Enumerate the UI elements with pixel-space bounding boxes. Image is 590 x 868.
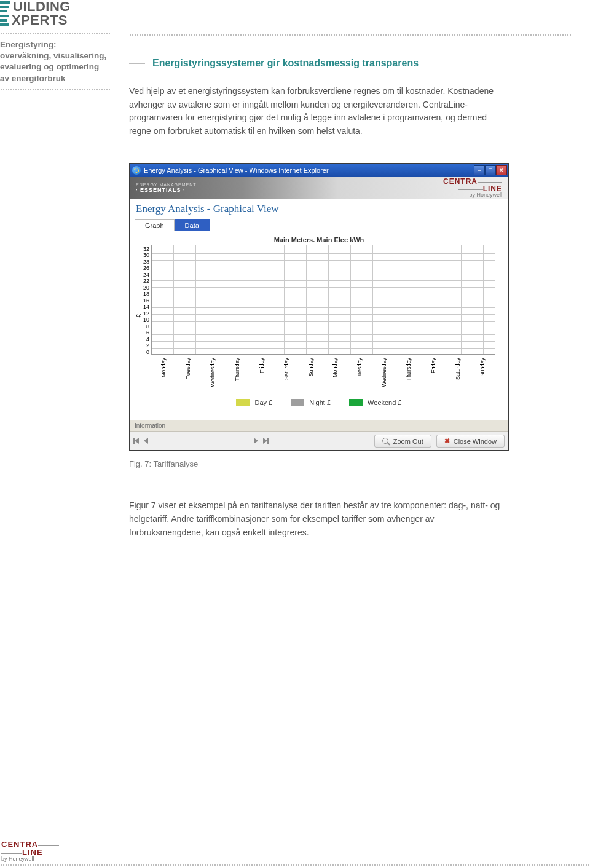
page-subtitle: Energy Analysis - Graphical View bbox=[130, 199, 508, 218]
y-axis-label: £ bbox=[135, 245, 143, 387]
zoom-out-button[interactable]: Zoom Out bbox=[374, 435, 431, 448]
logo-line1: UILDING bbox=[13, 0, 71, 14]
main-content: Energistyringssystemer gir kostnadsmessi… bbox=[129, 34, 572, 564]
legend-item-weekend: Weekend £ bbox=[349, 399, 401, 406]
section-heading-text: Energistyringssystemer gir kostnadsmessi… bbox=[152, 58, 419, 69]
maximize-button[interactable]: □ bbox=[485, 165, 496, 175]
minimize-button[interactable]: – bbox=[474, 165, 485, 175]
divider bbox=[129, 34, 572, 36]
embedded-window: Energy Analysis - Graphical View - Windo… bbox=[129, 163, 509, 451]
sidebar-title: Energistyring: bbox=[0, 39, 108, 50]
sidebar-line: evaluering og optimering bbox=[0, 61, 108, 73]
tab-bar: Graph Data bbox=[130, 218, 508, 231]
window-controls: – □ ✕ bbox=[474, 165, 507, 175]
chart-legend: Day £ Night £ Weekend £ bbox=[135, 387, 503, 415]
banner-line2: ESSENTIALS bbox=[140, 187, 181, 193]
plot-area bbox=[151, 245, 495, 355]
control-bar: Zoom Out ✖Close Window bbox=[130, 432, 508, 450]
window-titlebar: Energy Analysis - Graphical View - Windo… bbox=[130, 164, 508, 177]
brand-logo: UILDING XPERTS bbox=[0, 0, 71, 30]
legend-item-day: Day £ bbox=[236, 399, 272, 406]
divider bbox=[0, 33, 111, 34]
legend-swatch-icon bbox=[349, 399, 363, 406]
legend-swatch-icon bbox=[291, 399, 304, 406]
divider bbox=[0, 864, 590, 866]
footer-brand: CENTRA LINE by Honeywell bbox=[0, 840, 590, 862]
magnifier-icon bbox=[382, 438, 390, 445]
nav-last-button[interactable] bbox=[263, 438, 269, 445]
sidebar-line: av energiforbruk bbox=[0, 73, 108, 84]
figure-caption: Fig. 7: Tariffanalyse bbox=[129, 459, 572, 468]
y-axis-ticks: 32302826242220181614121086420 bbox=[143, 245, 151, 355]
page-footer: CENTRA LINE by Honeywell bbox=[0, 840, 590, 868]
ie-icon bbox=[132, 166, 141, 175]
close-window-button[interactable]: ✖Close Window bbox=[436, 435, 505, 448]
x-axis-labels: MondayTuesdayWednesdayThursdayFridaySatu… bbox=[151, 355, 495, 387]
nav-prev-button[interactable] bbox=[144, 438, 148, 445]
chart-title: Main Meters. Main Elec kWh bbox=[135, 236, 503, 243]
nav-next-button[interactable] bbox=[254, 438, 258, 445]
brand-top: CENTRA bbox=[443, 177, 478, 186]
brand-mark: CENTRA LINE by Honeywell bbox=[443, 178, 502, 198]
banner-line1: ENERGY MANAGEMENT bbox=[136, 183, 197, 187]
section-heading: Energistyringssystemer gir kostnadsmessi… bbox=[129, 58, 572, 69]
app-banner: ENERGY MANAGEMENT · ESSENTIALS · CENTRA … bbox=[130, 177, 508, 199]
divider bbox=[0, 89, 111, 90]
chart-panel: Main Meters. Main Elec kWh £ 32302826242… bbox=[130, 231, 508, 420]
tab-graph[interactable]: Graph bbox=[135, 219, 175, 231]
info-bar: Information bbox=[130, 420, 508, 432]
close-icon: ✖ bbox=[444, 437, 450, 445]
tab-data[interactable]: Data bbox=[175, 219, 210, 231]
sidebar-line: overvåkning, visualisering, bbox=[0, 50, 108, 61]
legend-item-night: Night £ bbox=[291, 399, 331, 406]
close-button[interactable]: ✕ bbox=[496, 165, 507, 175]
legend-swatch-icon bbox=[236, 399, 250, 406]
logo-e-bars bbox=[0, 15, 9, 26]
nav-first-button[interactable] bbox=[133, 438, 139, 445]
body-paragraph: Ved hjelp av et energistyringssystem kan… bbox=[129, 85, 510, 138]
logo-b-bars bbox=[0, 1, 10, 12]
window-title: Energy Analysis - Graphical View - Windo… bbox=[144, 167, 329, 174]
logo-line2: XPERTS bbox=[12, 14, 68, 27]
sidebar: Energistyring: overvåkning, visualiserin… bbox=[0, 39, 108, 84]
body-paragraph: Figur 7 viser et eksempel på en tariffan… bbox=[129, 499, 510, 539]
heading-dash-icon bbox=[129, 63, 145, 64]
brand-by: by Honeywell bbox=[469, 192, 502, 198]
